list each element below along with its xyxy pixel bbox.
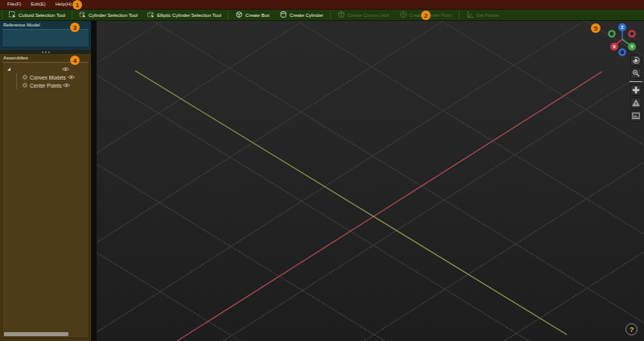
tree-item-label: Convex Models	[30, 75, 66, 80]
sidebar-viewport-divider	[91, 21, 97, 341]
help-button[interactable]: ?	[625, 323, 638, 335]
horizontal-scrollbar-thumb[interactable]	[4, 332, 68, 336]
orbit-button[interactable]	[630, 55, 642, 66]
toolbar-button-label: Cuboid Selection Tool	[19, 13, 65, 18]
create-box-icon	[235, 10, 243, 19]
zoom-in-button[interactable]	[630, 68, 642, 79]
cylinder-selection-icon	[79, 11, 86, 19]
toolbar-button-label: Create Box	[246, 13, 270, 18]
zoom-in-icon	[632, 66, 640, 80]
orientation-gizmo[interactable]: Z X Y	[605, 22, 640, 57]
toolbar-button-label: Cylinder Selection Tool	[89, 13, 138, 18]
toolbar-separator	[330, 10, 331, 19]
create-box-button[interactable]: Create Box	[230, 10, 275, 20]
tree-children: Convex Models Center Points	[16, 73, 89, 89]
visibility-eye-icon[interactable]	[63, 83, 70, 88]
main-toolbar: Cuboid Selection Tool Cylinder Selection…	[0, 10, 644, 21]
assemblies-panel: Assemblies Convex Models Center Poi	[0, 54, 91, 341]
perspective-grid-button[interactable]	[630, 97, 642, 109]
toolbar-button-label: Create Cylinder	[290, 13, 324, 18]
visibility-eye-icon[interactable]	[62, 67, 69, 72]
toolbar-separator	[72, 10, 72, 19]
menu-file[interactable]: File(F)	[2, 0, 26, 9]
main-area: Reference Model Assemblies Convex Models	[0, 21, 644, 341]
help-button-label: ?	[630, 326, 634, 334]
gizmo-y-negative-ring[interactable]	[609, 31, 614, 36]
create-center-point-icon	[399, 10, 407, 19]
fit-view-button[interactable]	[630, 84, 642, 96]
tree-item-label: Center Points	[30, 83, 61, 88]
cylinder-selection-tool-button[interactable]: Cylinder Selection Tool	[74, 10, 142, 20]
visibility-eye-icon[interactable]	[68, 75, 75, 80]
create-cylinder-button[interactable]: Create Cylinder	[275, 10, 328, 20]
view-tools-separator	[630, 81, 642, 82]
create-cylinder-icon	[279, 10, 287, 19]
toolbar-separator	[2, 10, 2, 19]
gizmo-y-label: Y	[630, 44, 634, 49]
annotation-badge-3: 3	[70, 23, 80, 32]
group-gear-icon	[22, 82, 28, 88]
toolbar-button-label: Create Convex Hull	[348, 13, 390, 18]
set-frame-button: Set Frame	[461, 10, 504, 20]
toolbar-separator	[459, 10, 460, 19]
capture-frame-icon	[632, 109, 640, 123]
assemblies-tree: Convex Models Center Points	[2, 62, 89, 339]
capture-frame-button[interactable]	[630, 110, 642, 121]
annotation-badge-4: 4	[70, 55, 80, 65]
tree-root-row[interactable]	[2, 65, 89, 73]
create-convex-hull-button: Create Convex Hull	[332, 10, 394, 20]
gizmo-x-negative-ring[interactable]	[629, 31, 634, 36]
tree-item-convex-models[interactable]: Convex Models	[17, 73, 89, 81]
set-frame-icon	[466, 10, 474, 19]
menu-bar: File(F) Edit(E) Help(H)	[0, 0, 644, 10]
toolbar-button-label: Elliptic Cylinder Selection Tool	[157, 13, 221, 18]
sidebar: Reference Model Assemblies Convex Models	[0, 21, 91, 341]
view-tools-toolbar	[630, 55, 642, 121]
toolbar-separator	[228, 10, 229, 19]
gizmo-x-label: X	[613, 44, 616, 49]
expander-icon[interactable]	[7, 68, 10, 71]
menu-edit[interactable]: Edit(E)	[26, 0, 50, 9]
viewport-3d[interactable]: Z X Y ?	[97, 21, 644, 341]
y-axis-line	[135, 71, 567, 335]
cuboid-selection-tool-button[interactable]: Cuboid Selection Tool	[4, 10, 70, 20]
x-axis-line	[177, 72, 602, 341]
annotation-badge-5: 5	[591, 23, 601, 33]
cuboid-selection-icon	[9, 11, 16, 19]
axis-lines	[97, 21, 644, 341]
toolbar-button-label: Set Frame	[477, 13, 499, 18]
create-convex-hull-icon	[337, 10, 345, 19]
elliptic-cylinder-selection-tool-button[interactable]: Elliptic Cylinder Selection Tool	[142, 10, 226, 20]
annotation-badge-2: 2	[421, 10, 431, 20]
elliptic-cylinder-selection-icon	[147, 11, 155, 19]
tree-item-center-points[interactable]: Center Points	[17, 81, 89, 89]
group-gear-icon	[22, 74, 28, 80]
toolbar-button-label: Create Center Point	[410, 13, 452, 18]
gizmo-z-negative-ring[interactable]	[619, 49, 625, 55]
annotation-badge-1: 1	[72, 0, 82, 10]
